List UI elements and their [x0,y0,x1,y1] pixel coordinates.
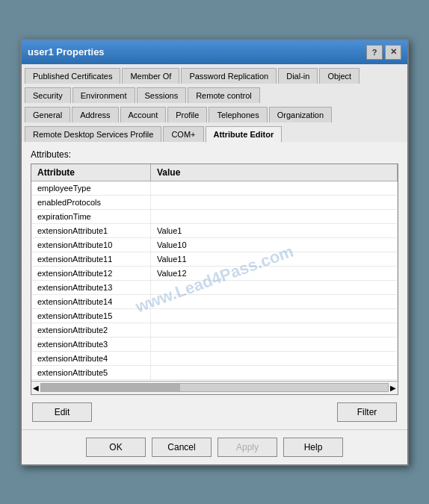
scroll-left-icon[interactable]: ◀ [33,384,39,392]
apply-button[interactable]: Apply [217,438,277,457]
tab-organization[interactable]: Organization [269,107,332,122]
attr-name: extensionAttribute12 [31,267,151,280]
tab-account[interactable]: Account [120,107,167,122]
attr-value [151,366,398,379]
scroll-track[interactable] [40,383,389,392]
tab-security[interactable]: Security [25,87,71,103]
attr-name: extensionAttribute11 [31,252,151,266]
attr-name: extensionAttribute10 [31,238,151,252]
attr-name: extensionAttribute2 [31,323,151,337]
tab-row-4: Remote Desktop Services Profile COM+ Att… [22,122,407,142]
col-header-value: Value [151,164,398,181]
table-body[interactable]: employeeType enabledProtocols expiration… [31,181,398,381]
attr-name: extensionAttribute13 [31,281,151,294]
attr-name: enabledProtocols [31,196,151,209]
title-bar: user1 Properties ? ✕ [22,40,407,64]
attributes-table: www.Lead4Pass.com Attribute Value employ… [31,164,398,395]
attr-value: Value12 [151,267,398,280]
attr-name: extensionAttribute15 [31,309,151,323]
attr-value [151,337,398,351]
title-bar-buttons: ? ✕ [366,45,401,60]
attr-value [151,323,398,337]
tab-published-certificates[interactable]: Published Certificates [25,68,120,84]
cancel-button[interactable]: Cancel [152,438,212,457]
tab-address[interactable]: Address [72,107,118,122]
tab-telephones[interactable]: Telephones [209,107,267,122]
col-header-attribute: Attribute [31,164,151,181]
help-button-footer[interactable]: Help [283,438,343,457]
close-button[interactable]: ✕ [385,45,401,60]
table-header: Attribute Value [31,164,398,181]
attr-name: extensionAttribute14 [31,295,151,308]
attr-name: extensionAttribute1 [31,224,151,237]
attr-value: Value1 [151,224,398,237]
attr-value: Value10 [151,238,398,252]
attr-value [151,196,398,209]
table-row[interactable]: extensionAttribute1 Value1 [31,224,398,238]
tab-general[interactable]: General [25,107,70,122]
filter-button[interactable]: Filter [337,402,397,422]
table-row[interactable]: extensionAttribute15 [31,309,398,323]
attr-value [151,352,398,365]
properties-window: user1 Properties ? ✕ Published Certifica… [20,39,409,466]
tab-row-1: Published Certificates Member Of Passwor… [22,64,407,84]
window-title: user1 Properties [28,46,105,57]
ok-button[interactable]: OK [86,438,146,457]
tab-remote-control[interactable]: Remote control [188,87,260,103]
content-area: Attributes: www.Lead4Pass.com Attribute … [22,142,407,429]
table-row[interactable]: extensionAttribute2 [31,323,398,337]
tab-com[interactable]: COM+ [163,126,203,142]
table-row[interactable]: extensionAttribute11 Value11 [31,252,398,267]
tab-profile[interactable]: Profile [167,107,207,122]
action-row: Edit Filter [31,402,398,422]
attributes-label: Attributes: [31,149,398,160]
tab-password-replication[interactable]: Password Replication [181,68,277,84]
tab-dial-in[interactable]: Dial-in [278,68,318,84]
tab-object[interactable]: Object [319,68,359,84]
tab-row-2: Security Environment Sessions Remote con… [22,84,407,103]
attr-value [151,210,398,223]
attr-value: Value11 [151,252,398,266]
table-row[interactable]: extensionAttribute12 Value12 [31,267,398,281]
table-row[interactable]: enabledProtocols [31,196,398,210]
tab-environment[interactable]: Environment [72,87,135,103]
attr-name: employeeType [31,181,151,195]
table-row[interactable]: extensionAttribute4 [31,352,398,366]
edit-button[interactable]: Edit [32,402,92,422]
attr-name: extensionAttribute3 [31,337,151,351]
tab-member-of[interactable]: Member Of [122,68,179,84]
table-row[interactable]: extensionAttribute14 [31,295,398,309]
table-row[interactable]: expirationTime [31,210,398,224]
attr-name: extensionAttribute5 [31,366,151,379]
table-row[interactable]: extensionAttribute3 [31,337,398,352]
table-row[interactable]: extensionAttribute13 [31,281,398,295]
table-row[interactable]: extensionAttribute5 [31,366,398,380]
help-button[interactable]: ? [366,45,383,60]
scroll-right-icon[interactable]: ▶ [390,384,396,392]
tab-row-3: General Address Account Profile Telephon… [22,103,407,122]
attr-value [151,309,398,323]
attr-value [151,181,398,195]
footer: OK Cancel Apply Help [22,429,407,464]
attr-value [151,281,398,294]
horizontal-scrollbar[interactable]: ◀ ▶ [31,381,398,394]
tab-rdp[interactable]: Remote Desktop Services Profile [25,126,161,142]
attr-value [151,295,398,308]
tab-attribute-editor[interactable]: Attribute Editor [206,126,283,143]
attr-name: extensionAttribute4 [31,352,151,365]
table-row[interactable]: employeeType [31,181,398,196]
attr-name: expirationTime [31,210,151,223]
tab-sessions[interactable]: Sessions [137,87,187,103]
table-row[interactable]: extensionAttribute10 Value10 [31,238,398,252]
